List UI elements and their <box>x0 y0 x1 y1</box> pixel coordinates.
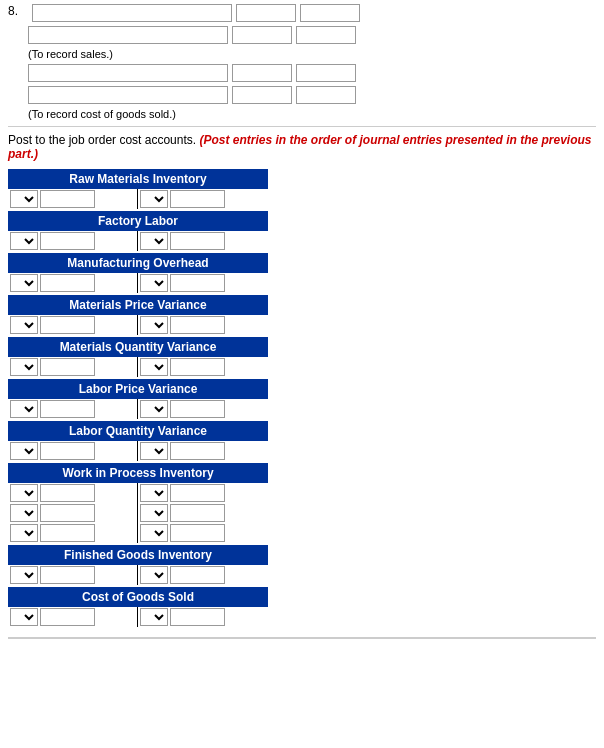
entry-8-1-desc[interactable] <box>32 4 232 22</box>
mat-price-var-input-right-1[interactable] <box>170 316 225 334</box>
factory-labor-select-right-1[interactable] <box>140 232 168 250</box>
entry-8-1-debit[interactable] <box>236 4 296 22</box>
mat-price-var-right-1 <box>138 315 268 335</box>
mfg-overhead-input-left-1[interactable] <box>40 274 95 292</box>
entry-8-1-credit[interactable] <box>300 4 360 22</box>
labor-price-var-input-right-1[interactable] <box>170 400 225 418</box>
entry-8-2-desc[interactable] <box>28 26 228 44</box>
wip-left-2 <box>8 503 138 523</box>
entry-8-4-credit[interactable] <box>296 86 356 104</box>
wip-left-1 <box>8 483 138 503</box>
factory-labor-row-1 <box>8 231 268 251</box>
mat-price-var-input-left-1[interactable] <box>40 316 95 334</box>
wip-input-left-2[interactable] <box>40 504 95 522</box>
mat-price-var-select-left-1[interactable] <box>10 316 38 334</box>
raw-materials-input-left-1[interactable] <box>40 190 95 208</box>
section-8: 8. (To record sales.) (To record cost of… <box>8 4 596 120</box>
labor-price-var-select-left-1[interactable] <box>10 400 38 418</box>
wip-header: Work in Process Inventory <box>8 463 268 483</box>
wip-left-3 <box>8 523 138 543</box>
raw-materials-select-right-1[interactable] <box>140 190 168 208</box>
labor-price-var-input-left-1[interactable] <box>40 400 95 418</box>
mat-price-var-select-right-1[interactable] <box>140 316 168 334</box>
wip-input-right-3[interactable] <box>170 524 225 542</box>
labor-qty-var-select-right-1[interactable] <box>140 442 168 460</box>
finished-goods-header: Finished Goods Inventory <box>8 545 268 565</box>
wip-input-left-3[interactable] <box>40 524 95 542</box>
finished-goods-input-right-1[interactable] <box>170 566 225 584</box>
mfg-overhead-header: Manufacturing Overhead <box>8 253 268 273</box>
t-account-mat-qty-var: Materials Quantity Variance <box>8 337 268 377</box>
row-8-second <box>28 26 596 44</box>
raw-materials-input-right-1[interactable] <box>170 190 225 208</box>
entry-8-2-debit[interactable] <box>232 26 292 44</box>
wip-select-right-3[interactable] <box>140 524 168 542</box>
mat-price-var-row-1 <box>8 315 268 335</box>
finished-goods-select-right-1[interactable] <box>140 566 168 584</box>
page-wrapper: 8. (To record sales.) (To record cost of… <box>0 0 604 647</box>
labor-price-var-right-1 <box>138 399 268 419</box>
wip-row-3 <box>8 523 268 543</box>
wip-input-left-1[interactable] <box>40 484 95 502</box>
bottom-bar <box>8 637 596 643</box>
wip-right-3 <box>138 523 268 543</box>
factory-labor-input-left-1[interactable] <box>40 232 95 250</box>
cogs-select-left-1[interactable] <box>10 608 38 626</box>
wip-input-right-1[interactable] <box>170 484 225 502</box>
finished-goods-left-1 <box>8 565 138 585</box>
raw-materials-right-1 <box>138 189 268 209</box>
cogs-header: Cost of Goods Sold <box>8 587 268 607</box>
mat-qty-var-input-left-1[interactable] <box>40 358 95 376</box>
wip-input-right-2[interactable] <box>170 504 225 522</box>
wip-select-right-1[interactable] <box>140 484 168 502</box>
row-8-top-inputs: 8. <box>8 4 596 22</box>
cogs-input-right-1[interactable] <box>170 608 225 626</box>
factory-labor-select-left-1[interactable] <box>10 232 38 250</box>
labor-qty-var-input-right-1[interactable] <box>170 442 225 460</box>
mat-qty-var-select-left-1[interactable] <box>10 358 38 376</box>
mfg-overhead-input-right-1[interactable] <box>170 274 225 292</box>
labor-qty-var-select-left-1[interactable] <box>10 442 38 460</box>
entry-8-3-debit[interactable] <box>232 64 292 82</box>
entry-8-3-desc[interactable] <box>28 64 228 82</box>
mat-qty-var-select-right-1[interactable] <box>140 358 168 376</box>
wip-select-left-2[interactable] <box>10 504 38 522</box>
section-divider <box>8 126 596 127</box>
section-number: 8. <box>8 4 22 22</box>
cogs-select-right-1[interactable] <box>140 608 168 626</box>
finished-goods-select-left-1[interactable] <box>10 566 38 584</box>
factory-labor-input-right-1[interactable] <box>170 232 225 250</box>
row-8-fourth <box>28 86 596 104</box>
raw-materials-row-1 <box>8 189 268 209</box>
wip-right-2 <box>138 503 268 523</box>
entry-8-2-credit[interactable] <box>296 26 356 44</box>
mfg-overhead-select-left-1[interactable] <box>10 274 38 292</box>
entry-8-4-desc[interactable] <box>28 86 228 104</box>
labor-price-var-row-1 <box>8 399 268 419</box>
labor-qty-var-row-1 <box>8 441 268 461</box>
factory-labor-header: Factory Labor <box>8 211 268 231</box>
mfg-overhead-select-right-1[interactable] <box>140 274 168 292</box>
wip-row-2 <box>8 503 268 523</box>
cogs-input-left-1[interactable] <box>40 608 95 626</box>
wip-row-1 <box>8 483 268 503</box>
labor-price-var-select-right-1[interactable] <box>140 400 168 418</box>
raw-materials-left-1 <box>8 189 138 209</box>
mat-qty-var-row-1 <box>8 357 268 377</box>
mat-qty-var-input-right-1[interactable] <box>170 358 225 376</box>
mat-qty-var-right-1 <box>138 357 268 377</box>
entry-8-3-credit[interactable] <box>296 64 356 82</box>
cogs-right-1 <box>138 607 268 627</box>
labor-qty-var-input-left-1[interactable] <box>40 442 95 460</box>
wip-select-left-3[interactable] <box>10 524 38 542</box>
mfg-overhead-right-1 <box>138 273 268 293</box>
factory-labor-right-1 <box>138 231 268 251</box>
wip-select-left-1[interactable] <box>10 484 38 502</box>
raw-materials-header: Raw Materials Inventory <box>8 169 268 189</box>
raw-materials-select-left-1[interactable] <box>10 190 38 208</box>
wip-select-right-2[interactable] <box>140 504 168 522</box>
entry-8-4-debit[interactable] <box>232 86 292 104</box>
finished-goods-input-left-1[interactable] <box>40 566 95 584</box>
t-account-factory-labor: Factory Labor <box>8 211 268 251</box>
mfg-overhead-row-1 <box>8 273 268 293</box>
